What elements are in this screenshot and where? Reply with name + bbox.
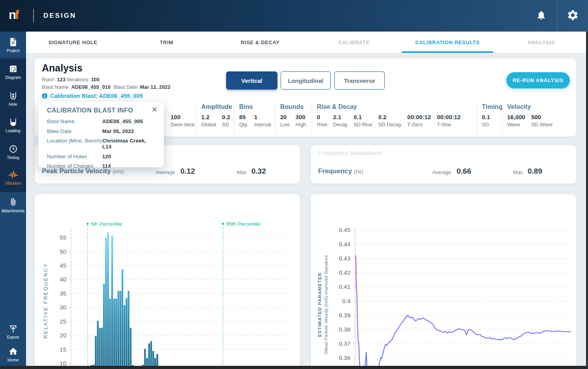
- param-section-items: 100Deck-deck: [170, 114, 196, 127]
- gear-icon: [567, 9, 579, 23]
- calibration-blast-link[interactable]: i Calibration Blast: ADE06_455_005: [42, 93, 143, 99]
- histogram-bar: [130, 328, 131, 369]
- vibration-icon: [0, 170, 26, 180]
- sidebar-item-label: Vibration: [0, 181, 26, 185]
- histogram-bar: [148, 343, 150, 369]
- svg-text:0.42: 0.42: [339, 269, 350, 276]
- param-item-sd: 0.1SD: [482, 114, 490, 127]
- param-item-t-one: 00:00:12T-One: [437, 114, 461, 127]
- param-item-label: T-Zero: [407, 122, 431, 127]
- svg-text:0.41: 0.41: [339, 283, 350, 290]
- param-section-rise-decay: Rise & Decay0Rise2.1Decay0.1SD Rise0.2SD…: [312, 103, 477, 134]
- param-item-value: 2.1: [333, 114, 348, 120]
- ppv-max-label: Max: [237, 169, 247, 175]
- histogram-bar: [120, 291, 121, 369]
- transverse-button[interactable]: Transverse: [334, 71, 385, 90]
- param-item-label: Wave: [507, 122, 525, 127]
- svg-text:0.45: 0.45: [339, 227, 350, 233]
- sidebar-item-label: Hole: [0, 102, 26, 107]
- rerun-analysis-button[interactable]: RE-RUN ANALYSIS: [506, 72, 570, 88]
- tab-calibration-results[interactable]: CALIBRATION RESULTS: [401, 32, 494, 53]
- svg-text:55: 55: [60, 234, 66, 241]
- param-item-label: SD Decay: [378, 122, 402, 127]
- logo-divider: [33, 9, 34, 22]
- svg-text:40: 40: [60, 276, 66, 283]
- tab-signature-hole[interactable]: SIGNATURE HOLE: [26, 32, 120, 53]
- frequency-average-value: 0.66: [457, 167, 471, 176]
- blast-name-value: ADE06_455_010: [71, 84, 110, 90]
- param-item-label: SD Rise: [354, 122, 373, 127]
- svg-text:0.36: 0.36: [339, 354, 350, 361]
- svg-text:0.44: 0.44: [339, 241, 350, 247]
- sidebar-item-diagram[interactable]: Diagram: [0, 64, 26, 80]
- iterations-value: 100: [91, 77, 99, 82]
- window-right-edge[interactable]: [586, 32, 588, 369]
- param-section-title: [170, 103, 196, 113]
- histogram-bar: [103, 283, 105, 369]
- popup-row-label: Number of Charges: [47, 163, 102, 169]
- ppv-unit: (in/s): [113, 169, 124, 174]
- param-item-label: Interval: [254, 122, 271, 127]
- svg-text:45: 45: [60, 262, 66, 269]
- tab-rise-decay[interactable]: RISE & DECAY: [213, 32, 307, 53]
- close-icon[interactable]: ✕: [152, 106, 157, 113]
- param-section-timing: Timing0.1SD: [477, 103, 502, 134]
- tab-calibrate[interactable]: CALIBRATE: [307, 32, 401, 53]
- calibration-blast-info-popup: CALIBRATION BLAST INFO ✕ Blast NameADE06…: [38, 102, 164, 167]
- popup-rows: Blast NameADE06_455_005Blast DateMar 05,…: [47, 118, 156, 169]
- param-item-value: 100: [170, 114, 195, 120]
- sidebar-item-label: Export: [0, 335, 26, 339]
- popup-info-row: Location (Mine, Bench)Christmas Creek, L…: [47, 138, 156, 150]
- param-item-label: Decay: [333, 122, 348, 127]
- sidebar-item-export[interactable]: Export: [0, 324, 26, 339]
- histogram-bar: [101, 328, 103, 369]
- sidebar-item-label: Attachments: [0, 208, 26, 213]
- histogram-bar: [150, 341, 152, 369]
- info-icon: i: [42, 93, 47, 99]
- param-item-wave: 16,000Wave: [507, 114, 525, 127]
- param-item-value: 00:00:12: [407, 114, 431, 120]
- blast-date-value: Mar 12, 2022: [140, 84, 170, 90]
- param-section-velocity: Velocity16,000Wave500SD Wave: [502, 103, 576, 134]
- param-item-high: 300High: [296, 114, 306, 127]
- frequency-stat-card: Frequency Breakdown Frequency (Hz) Avera…: [311, 145, 576, 184]
- svg-text:30: 30: [60, 304, 66, 311]
- tab-bar: SIGNATURE HOLETRIMRISE & DECAYCALIBRATEC…: [26, 32, 588, 53]
- run-value: 123: [57, 77, 66, 82]
- frequency-max-label: Max: [513, 169, 523, 175]
- document-icon: [0, 37, 26, 47]
- param-item-value: 16,000: [507, 114, 525, 120]
- param-item-sd-wave: 500SD Wave: [531, 114, 552, 127]
- tab-trim[interactable]: TRIM: [120, 32, 213, 53]
- vertical-button[interactable]: Vertical: [226, 71, 277, 90]
- sidebar-item-project[interactable]: Project: [0, 37, 26, 53]
- sidebar-item-attachments[interactable]: Attachments: [0, 197, 26, 213]
- param-item-global: 1.2Global: [201, 114, 216, 127]
- top-bar: nf DESIGN: [0, 0, 588, 32]
- export-icon: [0, 324, 26, 333]
- param-section-bins: Bins85Qty.1Interval: [234, 103, 275, 134]
- bell-icon: [536, 10, 547, 22]
- settings-button[interactable]: [558, 0, 588, 32]
- sidebar-item-hole[interactable]: Hole: [0, 91, 26, 107]
- svg-text:20: 20: [60, 332, 66, 339]
- histogram-bar: [97, 321, 99, 369]
- page-title: Analysis: [42, 62, 82, 74]
- sidebar-item-vibration[interactable]: Vibration: [0, 170, 26, 185]
- sidebar-item-home[interactable]: Home: [0, 347, 26, 362]
- longitudinal-button[interactable]: Longitudinal: [281, 71, 331, 90]
- sidebar-item-loading[interactable]: Loading: [0, 117, 26, 133]
- param-item-qty: 85Qty.: [239, 114, 248, 127]
- sidebar-item-timing[interactable]: Timing: [0, 144, 26, 160]
- notifications-button[interactable]: [529, 0, 553, 32]
- param-item-label: Low: [280, 122, 290, 127]
- svg-text:25: 25: [60, 318, 66, 325]
- app-logo[interactable]: nf: [9, 8, 19, 22]
- param-item-sd-decay: 0.2SD Decay: [378, 114, 402, 127]
- histogram-bar: [128, 291, 129, 369]
- frequency-max-value: 0.89: [528, 167, 542, 176]
- param-item-value: 1.2: [201, 114, 216, 120]
- histogram-bar: [107, 232, 109, 369]
- param-section-items: 20Low300High: [280, 114, 312, 127]
- tab-analysis[interactable]: ANALYSIS: [494, 32, 588, 53]
